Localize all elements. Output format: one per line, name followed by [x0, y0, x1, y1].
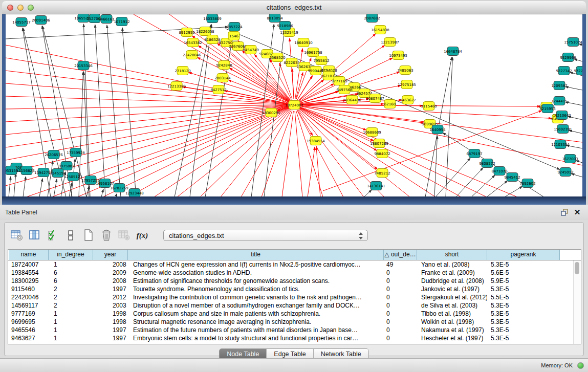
graph-node[interactable]: 9227342: [556, 67, 572, 75]
graph-node[interactable]: 16648784: [444, 47, 462, 56]
graph-node[interactable]: 18226058: [196, 27, 214, 36]
graph-node[interactable]: 9245012: [557, 168, 573, 177]
delete-trash-icon[interactable]: [99, 228, 114, 243]
graph-node[interactable]: 9115460: [421, 102, 437, 111]
graph-node[interactable]: 933159: [6, 166, 18, 175]
graph-node[interactable]: 8813054: [267, 14, 283, 23]
column-header-name[interactable]: name: [9, 250, 49, 260]
graph-node[interactable]: 1568520: [269, 53, 285, 62]
graph-node[interactable]: 1640954: [429, 125, 446, 134]
graph-node-label: 13325419: [280, 31, 298, 35]
graph-node-label: 8912955: [179, 31, 194, 35]
graph-node[interactable]: 62160: [384, 100, 396, 108]
table-row[interactable]: 1872400712008Changes of HCN gene express…: [8, 260, 581, 269]
graph-node[interactable]: 9242848: [216, 61, 232, 70]
graph-node[interactable]: 20206576: [45, 150, 63, 159]
row-options-icon[interactable]: [63, 228, 78, 243]
graph-node[interactable]: 15692391: [554, 125, 572, 134]
close-panel-icon[interactable]: ✕: [573, 207, 582, 217]
graph-node-label: 7892602: [519, 182, 535, 186]
graph-node[interactable]: 6879197: [466, 149, 482, 158]
table-row[interactable]: 911546021997Tourette syndrome. Phenomeno…: [8, 285, 581, 293]
create-table-icon[interactable]: [81, 228, 96, 243]
graph-node-label: 9218986: [277, 24, 293, 28]
graph-node[interactable]: 16154838: [371, 26, 389, 34]
graph-node[interactable]: 1071912: [114, 17, 129, 26]
memory-ok-indicator[interactable]: [577, 362, 584, 369]
graph-node[interactable]: 7485063: [397, 66, 413, 75]
graph-node[interactable]: 8471076: [491, 167, 508, 176]
table-row[interactable]: 946362711997Embryonic stem cells: a mode…: [8, 334, 581, 342]
select-attributes-icon[interactable]: [46, 228, 60, 243]
table-cell: 2008: [93, 277, 128, 285]
graph-node[interactable]: 16543382: [184, 38, 202, 47]
column-header-out_de[interactable]: △ out_de…: [384, 250, 417, 260]
table-row[interactable]: 2242004622012Investigating the contribut…: [8, 293, 581, 301]
graph-node-label: 20364436: [343, 98, 361, 102]
network-canvas[interactable]: 1872400789129551822605816543382818632893…: [6, 14, 582, 196]
graph-node[interactable]: 15751074: [564, 38, 582, 47]
graph-node[interactable]: 9466161: [98, 15, 114, 24]
attribute-table: namein_degreeyeartitle△ out_de…shortpage…: [8, 249, 581, 344]
float-window-icon[interactable]: [560, 208, 569, 216]
graph-node[interactable]: 6497568: [336, 85, 352, 94]
vertical-scrollbar[interactable]: [573, 260, 581, 344]
graph-node[interactable]: 1156823: [18, 166, 34, 175]
graph-node-label: 19384554: [307, 139, 325, 143]
graph-node[interactable]: 7857224: [226, 23, 243, 31]
graph-node[interactable]: 8215953: [539, 104, 555, 113]
graph-node[interactable]: 17359928: [67, 148, 85, 157]
table-row[interactable]: 1830029562008Estimation of significance …: [8, 277, 581, 285]
graph-node[interactable]: 14055717: [12, 18, 31, 27]
graph-node[interactable]: 19384554: [307, 137, 325, 145]
graph-node[interactable]: 1546: [228, 32, 239, 40]
graph-node[interactable]: 7955812: [313, 56, 329, 65]
graph-node[interactable]: 9845412: [504, 173, 520, 182]
column-header-title[interactable]: title: [128, 250, 384, 260]
graph-node[interactable]: 2803144: [214, 74, 231, 82]
scrollbar-thumb[interactable]: [575, 262, 579, 274]
table-row[interactable]: 1456911722003Disruption of a novel membe…: [8, 301, 581, 310]
graph-node[interactable]: 9463627: [400, 96, 416, 104]
graph-node[interactable]: 9329966: [560, 53, 576, 62]
graph-node[interactable]: 9884072: [374, 149, 390, 158]
graph-node[interactable]: 10688609: [363, 128, 381, 137]
graph-node-label: 8222035: [284, 61, 299, 65]
graph-node[interactable]: 7485212: [374, 169, 390, 178]
graph-node[interactable]: 16961758: [304, 48, 322, 57]
table-settings-icon[interactable]: [10, 228, 24, 243]
graph-node[interactable]: 20091406: [32, 16, 50, 25]
graph-node[interactable]: 18640910: [294, 38, 313, 47]
column-header-pagerank[interactable]: pagerank: [487, 250, 560, 260]
show-columns-icon[interactable]: [28, 228, 42, 243]
function-builder-icon[interactable]: f(x): [135, 228, 149, 243]
table-row[interactable]: 969969511998Structural magnetic resonanc…: [8, 318, 581, 326]
graph-node[interactable]: 7892602: [519, 179, 535, 188]
graph-node[interactable]: 8186328: [204, 35, 220, 44]
graph-node[interactable]: 1244415: [551, 97, 567, 105]
graph-node[interactable]: 12103354: [551, 140, 570, 149]
table-selector-dropdown[interactable]: citations_edges.txt: [163, 230, 368, 241]
graph-node[interactable]: 8912955: [179, 28, 194, 37]
table-row[interactable]: 946554611997Estimation of the future num…: [8, 326, 581, 334]
column-header-year[interactable]: year: [93, 250, 128, 260]
table-row[interactable]: 1938455462009Genome-wide association stu…: [8, 269, 581, 277]
graph-node[interactable]: 2718120: [175, 67, 190, 75]
graph-node[interactable]: 2087682: [364, 14, 380, 23]
graph-node[interactable]: 12213987: [381, 38, 399, 47]
graph-node[interactable]: 12213389: [167, 82, 186, 91]
graph-node[interactable]: 1209387: [551, 81, 567, 90]
graph-node[interactable]: 16033809: [203, 14, 222, 23]
graph-node[interactable]: 1677003: [562, 155, 578, 163]
graph-node[interactable]: 14136141: [367, 182, 385, 190]
column-header-in_degree[interactable]: in_degree: [49, 250, 93, 260]
graph-node[interactable]: 12975185: [398, 80, 416, 89]
graph-node[interactable]: 8427512: [210, 85, 226, 94]
table-row[interactable]: 977716911998Corpus callosum shape and si…: [8, 310, 581, 318]
graph-node[interactable]: 9777169: [331, 77, 347, 85]
graph-node[interactable]: 8454749: [243, 46, 258, 54]
column-header-short[interactable]: short: [417, 250, 487, 260]
window-titlebar[interactable]: citations_edges.txt: [2, 1, 586, 14]
graph-node[interactable]: 9808572: [479, 159, 495, 168]
graph-node-label: 12923448: [125, 191, 144, 195]
